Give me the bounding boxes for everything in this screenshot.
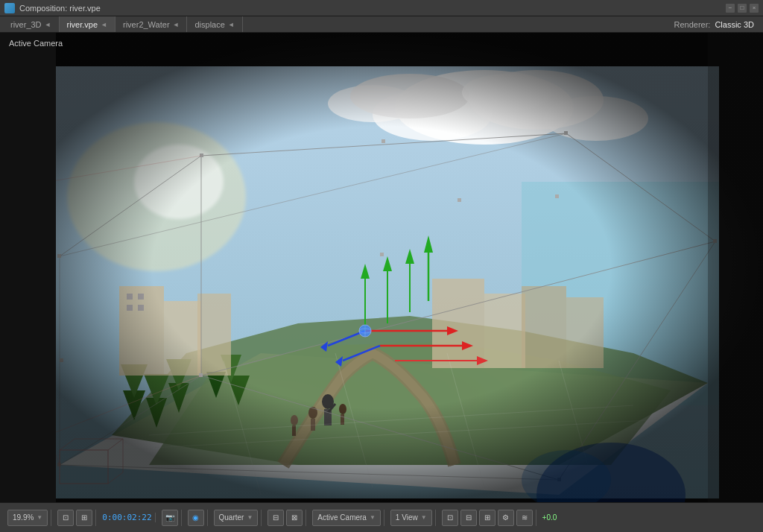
- quality-arrow: ▼: [247, 514, 253, 521]
- render-btns-group: ⊟ ⊠: [265, 510, 306, 526]
- transparent-btn[interactable]: ⊠: [286, 510, 303, 526]
- time-display[interactable]: 0:00:02:22: [102, 513, 151, 522]
- resolutions-btn[interactable]: ⊞: [479, 510, 496, 526]
- offset-value: +0.0: [542, 513, 557, 522]
- color-btn[interactable]: ◉: [188, 510, 204, 526]
- minimize-btn[interactable]: −: [726, 4, 735, 13]
- view-mode-dropdown[interactable]: 1 View ▼: [390, 510, 432, 526]
- tab-close-river-vpe[interactable]: ◄: [101, 21, 107, 28]
- app-icon: [4, 3, 15, 13]
- color-group: ◉: [185, 510, 208, 526]
- show-channel-btn[interactable]: ⊟: [460, 510, 477, 526]
- camera-group: 📷: [159, 510, 182, 526]
- camera-btn[interactable]: 📷: [162, 510, 178, 526]
- active-camera-label: Active Camera: [9, 39, 63, 48]
- time-group: 0:00:02:22: [99, 513, 155, 522]
- quality-group: Quarter ▼: [211, 510, 262, 526]
- tab-river-3d[interactable]: river_3D ◄: [3, 16, 60, 32]
- viewport: Active Camera: [0, 33, 763, 502]
- quality-value: Quarter: [219, 513, 244, 522]
- comp-snapshot-btn[interactable]: ⊡: [442, 510, 458, 526]
- active-camera-group: Active Camera ▼: [309, 510, 384, 526]
- zoom-arrow: ▼: [37, 514, 42, 521]
- fit-view-btn[interactable]: ⊡: [57, 510, 74, 526]
- view-mode-arrow: ▼: [421, 514, 427, 521]
- tab-close-river2-water[interactable]: ◄: [173, 21, 180, 28]
- offset-group: +0.0: [539, 513, 560, 522]
- active-camera-dropdown[interactable]: Active Camera ▼: [312, 510, 381, 526]
- tab-river2-water[interactable]: river2_Water ◄: [115, 16, 187, 32]
- view-buttons-group: ⊡ ⊞: [54, 510, 96, 526]
- tab-displace[interactable]: displace ◄: [187, 16, 242, 32]
- bottom-toolbar: 19.9% ▼ ⊡ ⊞ 0:00:02:22 📷 ◉ Quarter ▼ ⊟ ⊠…: [0, 502, 763, 532]
- view-mode-value: 1 View: [396, 513, 418, 522]
- close-btn[interactable]: ×: [750, 4, 759, 13]
- window-title: Composition: river.vpe: [19, 4, 726, 13]
- quality-dropdown[interactable]: Quarter ▼: [214, 510, 259, 526]
- title-bar: Composition: river.vpe − □ ×: [0, 0, 763, 16]
- motion-blur-btn[interactable]: ≋: [516, 510, 533, 526]
- active-camera-value: Active Camera: [317, 513, 367, 522]
- render-region-btn[interactable]: ⊟: [267, 510, 284, 526]
- svg-rect-106: [708, 33, 763, 502]
- svg-rect-102: [0, 33, 763, 502]
- tab-close-river-3d[interactable]: ◄: [45, 21, 51, 28]
- maximize-btn[interactable]: □: [738, 4, 747, 13]
- tab-close-displace[interactable]: ◄: [228, 21, 235, 28]
- safe-zones-btn[interactable]: ⊞: [76, 510, 92, 526]
- view-mode-group: 1 View ▼: [387, 510, 436, 526]
- svg-rect-105: [0, 33, 56, 502]
- zoom-dropdown[interactable]: 19.9% ▼: [7, 510, 48, 526]
- tab-bar: river_3D ◄ river.vpe ◄ river2_Water ◄ di…: [0, 16, 763, 33]
- window-controls: − □ ×: [726, 4, 759, 13]
- active-camera-arrow: ▼: [370, 514, 376, 521]
- color-icon: ◉: [192, 513, 199, 522]
- extra-btns-group: ⊡ ⊟ ⊞ ⚙ ≋: [439, 510, 536, 526]
- tab-river-vpe[interactable]: river.vpe ◄: [60, 16, 116, 32]
- zoom-value: 19.9%: [13, 513, 34, 522]
- settings-btn[interactable]: ⚙: [498, 510, 514, 526]
- zoom-group: 19.9% ▼: [4, 510, 51, 526]
- renderer-info: Renderer: Classic 3D: [674, 16, 761, 32]
- scene-canvas: [0, 33, 763, 502]
